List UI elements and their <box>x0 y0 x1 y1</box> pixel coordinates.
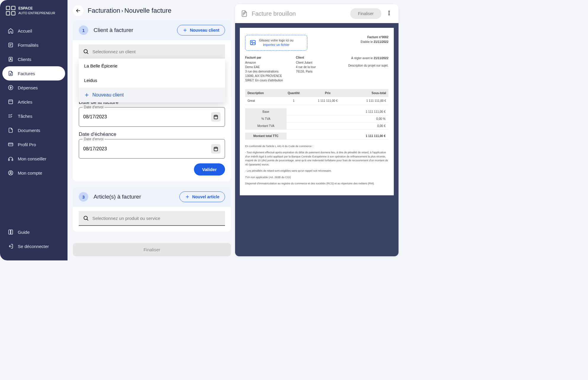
nav-depenses[interactable]: Dépenses <box>2 80 65 95</box>
breadcrumb-a[interactable]: Facturation <box>88 7 120 15</box>
search-icon <box>83 49 89 54</box>
step-number: 3 <box>79 192 88 202</box>
step-client-card: 1 Client à facturer Nouveau client La Be… <box>73 20 231 181</box>
brand-line1: ESPACE <box>18 6 55 11</box>
client-search-input[interactable] <box>92 49 221 54</box>
svg-rect-5 <box>9 143 13 146</box>
svg-rect-0 <box>9 43 12 47</box>
client-option[interactable]: Leidus <box>79 73 225 88</box>
client-search[interactable] <box>79 44 225 59</box>
breadcrumb: Facturation › Nouvelle facture <box>73 4 231 20</box>
svg-point-18 <box>251 42 253 43</box>
step-number: 1 <box>79 25 88 35</box>
svg-point-9 <box>10 172 12 173</box>
nav-taches[interactable]: Tâches <box>2 109 65 123</box>
nav-clients[interactable]: Clients <box>2 52 65 66</box>
svg-rect-7 <box>12 159 13 161</box>
date-facture-input[interactable] <box>83 114 211 120</box>
svg-point-14 <box>389 11 390 12</box>
dropdown-new-client[interactable]: Nouveau client <box>79 88 225 102</box>
step-articles-card: 3 Article(s) à facturer Nouvel article <box>73 187 231 232</box>
date-echeance-field[interactable]: Date d'envoi <box>79 139 225 159</box>
step-title-client: Client à facturer <box>94 27 133 33</box>
calendar-button[interactable] <box>211 112 221 122</box>
nav-compte[interactable]: Mon compte <box>2 166 65 180</box>
brand-logo: ESPACE AUTO ENTREPRENEUR <box>0 5 68 21</box>
nav-articles[interactable]: Articles <box>2 95 65 109</box>
invoice-document: Glissez votre logo ici ou importez un fi… <box>240 28 394 195</box>
chevron-right-icon: › <box>121 8 123 14</box>
image-icon <box>250 39 256 46</box>
more-vertical-icon <box>386 10 392 16</box>
nav-deconnecter[interactable]: Se déconnecter <box>2 239 65 253</box>
calendar-icon <box>213 146 219 152</box>
client-option[interactable]: La Belle Épicerie <box>79 59 225 73</box>
invoice-number: Facture n°0002 <box>361 35 388 40</box>
logo-icon <box>6 6 15 15</box>
logo-drop-zone[interactable]: Glissez votre logo ici ou importez un fi… <box>245 35 307 51</box>
new-client-button[interactable]: Nouveau client <box>177 25 225 36</box>
nav-profil[interactable]: Profil Pro <box>2 137 65 152</box>
nav-guide[interactable]: Guide <box>2 225 65 239</box>
invoice-icon <box>240 10 248 17</box>
brand-line2: AUTO ENTREPRENEUR <box>18 11 55 15</box>
svg-rect-12 <box>214 147 218 151</box>
svg-rect-11 <box>214 115 218 119</box>
svg-rect-6 <box>9 159 9 161</box>
nav-conseiller[interactable]: Mon conseiller <box>2 152 65 166</box>
invoice-preview-panel: Facture brouillon Finaliser Glissez votr… <box>235 4 399 256</box>
article-search[interactable] <box>79 211 225 226</box>
preview-title: Facture brouillon <box>252 10 347 17</box>
more-menu-button[interactable] <box>385 9 393 18</box>
date-facture-field[interactable]: Date d'envoi <box>79 107 225 127</box>
article-search-input[interactable] <box>92 216 221 221</box>
svg-point-16 <box>389 15 390 15</box>
invoice-line-table: Description Quantité Prix Sous-total Gre… <box>245 89 388 105</box>
table-row: Great 1 1 111 111,00 € 1 111 111,00 € <box>245 97 388 105</box>
client-dropdown: La Belle Épicerie Leidus Nouveau client <box>79 59 225 102</box>
new-article-button[interactable]: Nouvel article <box>179 191 225 202</box>
nav-accueil[interactable]: Accueil <box>2 24 65 38</box>
nav-formalites[interactable]: Formalités <box>2 38 65 52</box>
svg-point-15 <box>389 13 390 14</box>
finalize-bottom-button[interactable]: Finaliser <box>73 243 231 256</box>
svg-rect-4 <box>9 100 12 104</box>
nav-factures[interactable]: Factures <box>2 66 65 80</box>
search-icon <box>83 215 89 221</box>
nav-documents[interactable]: Documents <box>2 123 65 137</box>
date-echeance-input[interactable] <box>83 146 211 152</box>
legal-text: En conformité de l'article L 441-6 du Co… <box>245 144 388 186</box>
sidebar: ESPACE AUTO ENTREPRENEUR Accueil Formali… <box>0 0 68 260</box>
calendar-button[interactable] <box>211 144 221 154</box>
valider-button[interactable]: Valider <box>194 163 225 175</box>
preview-finaliser-button[interactable]: Finaliser <box>350 8 381 19</box>
back-button[interactable] <box>73 5 83 16</box>
breadcrumb-b: Nouvelle facture <box>124 7 171 15</box>
plus-icon <box>84 92 89 98</box>
svg-point-2 <box>10 58 11 59</box>
step-title-articles: Article(s) à facturer <box>94 194 141 200</box>
date-echeance-label: Date d'échéance <box>79 131 225 137</box>
calendar-icon <box>213 114 219 120</box>
